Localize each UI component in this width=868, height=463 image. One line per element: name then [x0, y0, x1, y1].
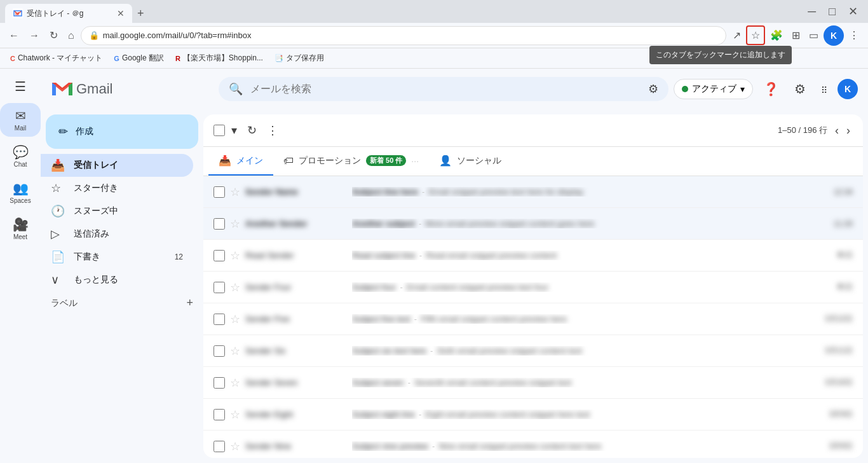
- email-sender: Sender Four: [245, 282, 347, 292]
- nav-item-drafts[interactable]: 📄 下書き 12: [41, 245, 193, 268]
- select-all-dropdown-button[interactable]: ▾: [227, 120, 241, 141]
- rakuten-favicon: R: [175, 55, 180, 62]
- refresh-button[interactable]: ↻: [243, 120, 261, 141]
- bookmark-rakuten[interactable]: R 【楽天市場】Shoppin...: [170, 50, 268, 66]
- nav-item-more[interactable]: ∨ もっと見る: [41, 268, 193, 291]
- email-star-button[interactable]: ☆: [230, 312, 240, 326]
- apps-button[interactable]: ⠿: [816, 77, 832, 102]
- email-row[interactable]: ☆ Another Sender Another subject - More …: [203, 208, 863, 240]
- search-input[interactable]: [250, 83, 641, 95]
- sidebar-item-mail[interactable]: ✉ Mail: [0, 103, 41, 137]
- settings-button[interactable]: ⚙: [789, 76, 811, 102]
- email-star-button[interactable]: ☆: [230, 439, 240, 453]
- sidebar-item-spaces[interactable]: 👥 Spaces: [0, 176, 41, 209]
- nav-item-inbox[interactable]: 📥 受信トレイ: [41, 154, 193, 177]
- help-button[interactable]: ❓: [758, 76, 784, 102]
- home-button[interactable]: ⌂: [64, 27, 78, 44]
- bookmark-star-button[interactable]: ☆: [746, 25, 765, 45]
- menu-button[interactable]: ⋮: [845, 27, 863, 44]
- email-star-button[interactable]: ☆: [230, 249, 240, 263]
- email-time: 3月10日: [825, 377, 853, 388]
- search-filter-button[interactable]: ⚙: [648, 82, 658, 96]
- nav-item-snoozed[interactable]: 🕐 スヌーズ中: [41, 200, 193, 223]
- more-options-button[interactable]: ⋮: [263, 120, 282, 141]
- next-page-button[interactable]: ›: [844, 121, 853, 140]
- nav-item-starred[interactable]: ☆ スター付き: [41, 177, 193, 200]
- reload-button[interactable]: ↻: [46, 27, 62, 44]
- svg-text:M: M: [15, 11, 19, 16]
- hamburger-menu-button[interactable]: ☰: [10, 74, 31, 99]
- bookmark-tab[interactable]: 📑 タブ保存用: [269, 50, 329, 66]
- email-row[interactable]: ☆ Read Sender Read subject line - Read e…: [203, 240, 863, 272]
- select-all-checkbox[interactable]: [214, 125, 225, 136]
- sidebar-item-meet[interactable]: 🎥 Meet: [0, 212, 41, 245]
- email-checkbox[interactable]: [214, 345, 225, 357]
- share-button[interactable]: ↗: [729, 27, 745, 44]
- email-row[interactable]: ☆ Sender Nine Subject nine preview - Nin…: [203, 431, 863, 458]
- email-star-button[interactable]: ☆: [230, 185, 240, 199]
- inbox-icon: 📥: [51, 158, 64, 172]
- tab-close-button[interactable]: ✕: [117, 8, 125, 18]
- status-label: アクティブ: [692, 83, 736, 95]
- email-checkbox[interactable]: [214, 282, 225, 293]
- email-star-button[interactable]: ☆: [230, 408, 240, 422]
- email-checkbox[interactable]: [214, 250, 225, 261]
- email-star-button[interactable]: ☆: [230, 280, 240, 294]
- email-checkbox[interactable]: [214, 409, 225, 420]
- prev-page-button[interactable]: ‹: [832, 121, 841, 140]
- email-row[interactable]: ☆ Sender Five Subject five text - Fifth …: [203, 303, 863, 335]
- starred-label: スター付き: [74, 183, 183, 194]
- email-checkbox[interactable]: [214, 186, 225, 198]
- close-window-button[interactable]: ✕: [843, 2, 863, 21]
- email-star-button[interactable]: ☆: [230, 376, 240, 390]
- tab-organizer-button[interactable]: ⊞: [788, 27, 804, 44]
- email-checkbox[interactable]: [214, 377, 225, 389]
- tab-main[interactable]: 📥 メイン: [208, 147, 273, 176]
- address-bar[interactable]: 🔒 mail.google.com/mail/u/0/?tab=rm#inbox: [81, 26, 726, 45]
- chatwork-favicon: C: [10, 55, 15, 62]
- new-tab-button[interactable]: +: [132, 4, 149, 23]
- maximize-button[interactable]: □: [824, 3, 841, 21]
- back-button[interactable]: ←: [5, 27, 23, 44]
- help-icon: ❓: [763, 82, 779, 96]
- email-row[interactable]: ☆ Sender Six Subject six text here - Six…: [203, 335, 863, 367]
- promotions-tab-more: ···: [411, 156, 419, 166]
- profile-button[interactable]: K: [824, 25, 844, 46]
- email-sender: Sender Five: [245, 314, 347, 324]
- label-title: ラベル: [51, 298, 186, 309]
- sidebar-item-chat[interactable]: 💬 Chat: [0, 139, 41, 173]
- email-row[interactable]: ☆ Sender Seven Subject seven - Seventh e…: [203, 367, 863, 399]
- gmail-logo-svg: [51, 80, 74, 98]
- translate-favicon: G: [114, 55, 119, 62]
- tab-promotions[interactable]: 🏷 プロモーション 新着 50 件 ···: [273, 148, 429, 176]
- email-time: 12:34: [834, 188, 853, 197]
- star-nav-icon: ☆: [51, 181, 64, 195]
- tab-title: 受信トレイ - ＠g: [27, 8, 113, 19]
- email-row[interactable]: ☆ Sender Name Subject line here - Email …: [203, 176, 863, 208]
- email-star-button[interactable]: ☆: [230, 344, 240, 358]
- status-indicator[interactable]: アクティブ ▾: [674, 79, 753, 99]
- email-sender: Another Sender: [245, 219, 347, 228]
- tab-social[interactable]: 👤 ソーシャル: [429, 147, 512, 176]
- compose-button[interactable]: ✏ 作成: [46, 114, 198, 149]
- forward-button[interactable]: →: [25, 27, 43, 44]
- user-avatar[interactable]: K: [837, 79, 858, 99]
- bookmark-chatwork[interactable]: C Chatwork - マイチャット: [5, 50, 107, 66]
- email-star-button[interactable]: ☆: [230, 217, 240, 231]
- minimize-button[interactable]: ─: [803, 3, 821, 21]
- email-checkbox[interactable]: [214, 441, 225, 452]
- search-icon: 🔍: [229, 82, 243, 96]
- active-tab[interactable]: M 受信トレイ - ＠g ✕: [5, 4, 132, 23]
- add-label-button[interactable]: +: [186, 296, 193, 310]
- sidebar-button[interactable]: ▭: [805, 27, 822, 44]
- email-checkbox[interactable]: [214, 314, 225, 325]
- bookmark-translate[interactable]: G Google 翻訳: [109, 50, 169, 66]
- compose-icon: ✏: [58, 125, 68, 139]
- mail-icon: ✉: [15, 108, 26, 123]
- extensions-button[interactable]: 🧩: [766, 27, 787, 44]
- url-display: mail.google.com/mail/u/0/?tab=rm#inbox: [103, 31, 718, 40]
- nav-item-sent[interactable]: ▷ 送信済み: [41, 223, 193, 245]
- email-checkbox[interactable]: [214, 218, 225, 230]
- email-row[interactable]: ☆ Sender Eight Subject eight line - Eigh…: [203, 399, 863, 431]
- email-row[interactable]: ☆ Sender Four Subject four - Email conte…: [203, 272, 863, 303]
